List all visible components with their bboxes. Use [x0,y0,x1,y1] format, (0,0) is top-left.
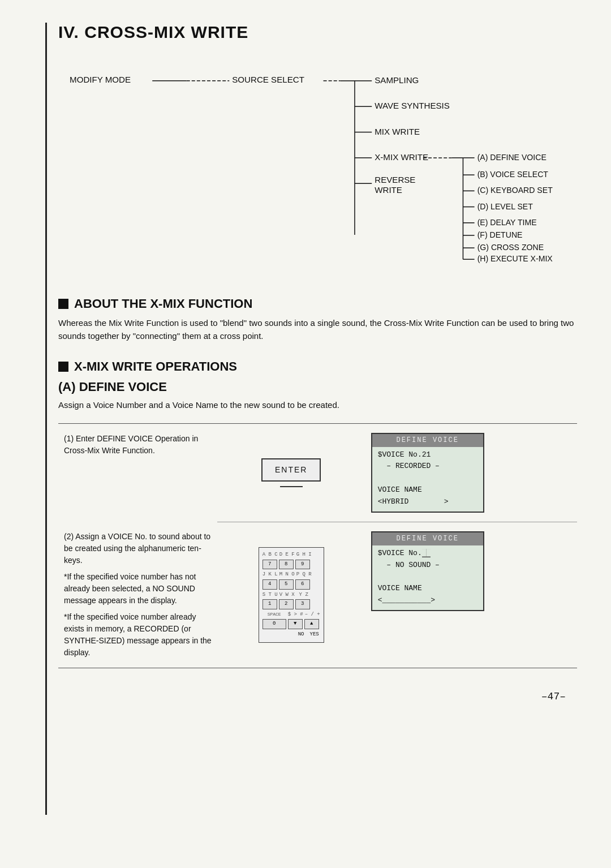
lcd2-line-4: VOICE NAME [378,583,477,595]
key-7[interactable]: 7 [263,560,277,570]
svg-text:(G) CROSS ZONE: (G) CROSS ZONE [477,243,544,252]
lcd-line-5: <HYBRID > [378,496,477,508]
step1-desc: (1) Enter DEFINE VOICE Operation in Cros… [58,423,217,522]
key-4[interactable]: 4 [263,579,277,590]
svg-text:(A) DEFINE VOICE: (A) DEFINE VOICE [477,153,547,162]
key-1[interactable]: 1 [263,599,277,609]
keypad-bottom-labels: NO YES [263,631,320,639]
svg-text:(B) VOICE SELECT: (B) VOICE SELECT [477,170,549,179]
lcd2-line-5: <___________> [378,595,477,607]
svg-text:REVERSE: REVERSE [375,175,415,184]
lcd2-line-1: $VOICE No.██ [378,548,477,560]
lcd-line-1: $VOICE No.21 [378,449,477,461]
diagram-svg: MODIFY MODE SOURCE SELECT SAMPLING WAVE … [64,59,577,274]
source-select-label: SOURCE SELECT [232,75,304,84]
key-5[interactable]: 5 [279,579,294,590]
bullet-icon-2 [58,362,68,372]
modify-mode-label: MODIFY MODE [70,75,131,84]
key-6[interactable]: 6 [295,579,310,590]
table-row: (1) Enter DEFINE VOICE Operation in Cros… [58,423,577,522]
keypad-row-1: 7 8 9 [263,560,320,570]
keypad-label-row-2: J K L M N O P Q R [263,571,320,579]
no-label: NO [298,631,304,639]
keypad-label-row-3: S T U V W X Y Z [263,591,320,599]
keypad-row-3: 1 2 3 [263,599,320,609]
key-3[interactable]: 3 [295,599,310,609]
lcd-display-1: DEFINE VOICE $VOICE No.21 – RECORDED – V… [371,433,484,513]
about-heading: ABOUT THE X-MIX FUNCTION [58,297,577,311]
main-title: IV. CROSS-MIX WRITE [58,23,577,42]
lcd-title-1: DEFINE VOICE [372,434,483,447]
svg-text:(C) KEYBOARD SET: (C) KEYBOARD SET [477,186,553,195]
lcd-display-2: DEFINE VOICE $VOICE No.██ – NO SOUND – V… [371,531,484,611]
lcd2-line-2: – NO SOUND – [378,560,477,571]
step1-middle: ENTER [217,423,365,522]
key-9[interactable]: 9 [295,560,310,570]
svg-text:(F) DETUNE: (F) DETUNE [477,230,523,239]
keypad-label-row-1: A B C D E F G H I [263,551,320,559]
table-row: (2) Assign a VOICE No. to sound about to… [58,522,577,668]
steps-table: (1) Enter DEFINE VOICE Operation in Cros… [58,423,577,669]
lcd-line-2: – RECORDED – [378,461,477,472]
yes-label: YES [310,631,319,639]
enter-button[interactable]: ENTER [261,458,321,482]
svg-text:MIX WRITE: MIX WRITE [375,127,420,136]
key-down[interactable]: ▼ [288,619,303,629]
keypad-label-row-4: SPACE $ > # – / + [263,611,320,619]
svg-text:SAMPLING: SAMPLING [375,75,419,85]
lcd-line-4: VOICE NAME [378,484,477,496]
svg-text:X-MIX WRITE: X-MIX WRITE [375,152,428,162]
define-voice-heading: (A) DEFINE VOICE [58,380,577,394]
svg-text:(H) EXECUTE X-MIX: (H) EXECUTE X-MIX [477,254,553,263]
key-0[interactable]: 0 [263,619,286,629]
lcd2-line-3 [378,571,477,583]
svg-text:(D) LEVEL SET: (D) LEVEL SET [477,202,533,211]
lcd-title-2: DEFINE VOICE [372,532,483,545]
bullet-icon [58,299,68,309]
page-number: –47– [58,691,577,702]
key-2[interactable]: 2 [279,599,294,609]
page-wrapper: IV. CROSS-MIX WRITE MODIFY MODE SOURCE S… [45,23,577,815]
keypad-row-4: 0 ▼ ▲ [263,619,320,629]
svg-text:WRITE: WRITE [375,185,402,195]
intro-text: Assign a Voice Number and a Voice Name t… [58,399,577,412]
key-up[interactable]: ▲ [304,619,319,629]
key-8[interactable]: 8 [279,560,294,570]
operations-heading: X-MIX WRITE OPERATIONS [58,359,577,374]
step2-lcd: DEFINE VOICE $VOICE No.██ – NO SOUND – V… [365,522,577,668]
step2-desc: (2) Assign a VOICE No. to sound about to… [58,522,217,668]
step2-middle: A B C D E F G H I 7 8 9 J K L M N O P Q … [217,522,365,668]
keypad-row-2: 4 5 6 [263,579,320,590]
svg-text:(E) DELAY TIME: (E) DELAY TIME [477,218,537,227]
diagram-area: MODIFY MODE SOURCE SELECT SAMPLING WAVE … [64,59,577,274]
step1-lcd: DEFINE VOICE $VOICE No.21 – RECORDED – V… [365,423,577,522]
about-body: Whereas the Mix Write Function is used t… [58,317,577,342]
keypad: A B C D E F G H I 7 8 9 J K L M N O P Q … [259,547,324,642]
lcd-line-3 [378,472,477,484]
svg-text:WAVE SYNTHESIS: WAVE SYNTHESIS [375,101,450,110]
